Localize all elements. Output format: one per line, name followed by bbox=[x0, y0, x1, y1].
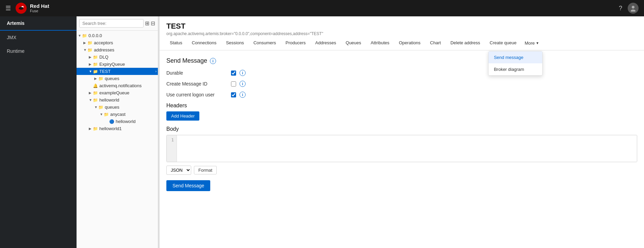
tab-addresses[interactable]: Addresses bbox=[311, 36, 341, 50]
tree-node-helloworld[interactable]: ▼ 📁 helloworld bbox=[77, 96, 158, 104]
tab-sessions[interactable]: Sessions bbox=[221, 36, 249, 50]
svg-point-1 bbox=[632, 6, 634, 9]
redhat-logo-icon bbox=[15, 2, 27, 14]
folder-icon: 📁 bbox=[93, 126, 98, 131]
collapse-all-icon[interactable]: ⊟ bbox=[151, 20, 155, 27]
tree-node-examplequeue[interactable]: ▶ 📁 exampleQueue bbox=[77, 89, 158, 96]
page-title: TEST bbox=[166, 22, 637, 31]
tab-status[interactable]: Status bbox=[165, 36, 187, 50]
help-icon[interactable]: ? bbox=[619, 5, 622, 12]
user-avatar[interactable] bbox=[628, 3, 639, 14]
sidebar: Artemis JMX Runtime bbox=[0, 16, 77, 248]
use-logon-checkbox[interactable] bbox=[231, 92, 236, 97]
tree-node-acceptors[interactable]: ▶ 📁 acceptors bbox=[77, 39, 158, 46]
use-logon-row: Use current logon user i bbox=[166, 92, 637, 98]
tree-label: queues bbox=[105, 105, 156, 110]
folder-icon: 📁 bbox=[82, 33, 87, 38]
tab-operations[interactable]: Operations bbox=[394, 36, 426, 50]
tab-delete-address[interactable]: Delete address bbox=[446, 36, 485, 50]
tree-label: exampleQueue bbox=[99, 90, 156, 95]
durable-info-icon[interactable]: i bbox=[240, 70, 246, 76]
use-logon-info-icon[interactable]: i bbox=[240, 92, 246, 98]
send-message-info-icon[interactable]: i bbox=[210, 58, 216, 64]
sidebar-item-runtime[interactable]: Runtime bbox=[0, 44, 77, 58]
brand-logo: Red Hat Fuse bbox=[15, 2, 49, 14]
tree-node-helloworld1[interactable]: ▶ 📁 helloworld1 bbox=[77, 125, 158, 132]
format-select[interactable]: JSON XML Text bbox=[166, 166, 191, 175]
tree-node-test-queues[interactable]: ▶ 📁 queues bbox=[77, 75, 158, 82]
tree-node-dlq[interactable]: ▶ 📁 DLQ bbox=[77, 53, 158, 61]
more-tab-wrapper: More ▼ Send message Broker diagram bbox=[521, 36, 543, 50]
tab-attributes[interactable]: Attributes bbox=[366, 36, 394, 50]
tab-connections[interactable]: Connections bbox=[187, 36, 221, 50]
headers-title: Headers bbox=[166, 103, 637, 109]
tab-more[interactable]: More ▼ bbox=[521, 36, 543, 50]
tree-node-helloworld-queues[interactable]: ▼ 📁 queues bbox=[77, 104, 158, 111]
folder-icon: 📁 bbox=[87, 48, 93, 52]
tab-chart[interactable]: Chart bbox=[425, 36, 446, 50]
sidebar-item-jmx[interactable]: JMX bbox=[0, 31, 77, 44]
tree-label: queues bbox=[105, 76, 156, 81]
code-editor: 1 bbox=[166, 135, 637, 162]
tab-queues[interactable]: Queues bbox=[341, 36, 366, 50]
page-subtitle: org.apache.activemq.artemis:broker="0.0.… bbox=[166, 31, 637, 36]
tab-consumers[interactable]: Consumers bbox=[249, 36, 281, 50]
sidebar-item-artemis[interactable]: Artemis bbox=[0, 16, 77, 31]
folder-icon: 📁 bbox=[87, 41, 93, 45]
dropdown-item-send-message[interactable]: Send message bbox=[489, 51, 542, 63]
hamburger-menu-icon[interactable]: ☰ bbox=[5, 4, 11, 12]
folder-icon: 📁 bbox=[93, 55, 98, 60]
more-label: More bbox=[525, 41, 535, 46]
tree-node-expiryqueue[interactable]: ▶ 📁 ExpiryQueue bbox=[77, 61, 158, 68]
folder-icon: 📁 bbox=[98, 105, 103, 110]
svg-point-2 bbox=[631, 10, 635, 12]
chevron-down-icon: ▼ bbox=[536, 41, 539, 45]
tabs-bar: Status Connections Sessions Consumers Pr… bbox=[160, 36, 644, 50]
body-title: Body bbox=[166, 126, 637, 132]
body-section: Body 1 JSON XML Text Format bbox=[166, 126, 637, 175]
create-message-id-info-icon[interactable]: i bbox=[240, 81, 246, 87]
brand-sub: Fuse bbox=[30, 9, 49, 13]
send-message-button[interactable]: Send Message bbox=[166, 180, 210, 191]
create-message-id-checkbox[interactable] bbox=[231, 81, 236, 87]
tree-panel: ⊞ ⊟ ▼ 📁 0.0.0.0 ▶ 📁 acceptors ▼ 📁 bbox=[77, 16, 158, 248]
folder-icon: 📁 bbox=[93, 91, 98, 95]
durable-checkbox[interactable] bbox=[231, 71, 236, 76]
format-row: JSON XML Text Format bbox=[166, 166, 637, 175]
send-message-title: Send Message i bbox=[166, 57, 637, 64]
file-icon: 🔔 bbox=[93, 83, 98, 88]
expand-all-icon[interactable]: ⊞ bbox=[145, 20, 149, 27]
tree-label: helloworld1 bbox=[99, 126, 156, 131]
folder-icon: 📁 bbox=[93, 98, 98, 103]
tree-node-root[interactable]: ▼ 📁 0.0.0.0 bbox=[77, 32, 158, 39]
dropdown-item-broker-diagram[interactable]: Broker diagram bbox=[489, 63, 542, 75]
tree-body: ▼ 📁 0.0.0.0 ▶ 📁 acceptors ▼ 📁 addresses bbox=[77, 31, 158, 248]
tree-label: 0.0.0.0 bbox=[88, 33, 156, 38]
tree-node-helloworld-leaf[interactable]: ▶ 🔵 helloworld bbox=[77, 118, 158, 125]
format-button[interactable]: Format bbox=[194, 166, 217, 174]
topnav: ☰ Red Hat Fuse ? bbox=[0, 0, 644, 16]
create-message-id-row: Create Message ID i bbox=[166, 81, 637, 87]
tab-producers[interactable]: Producers bbox=[281, 36, 310, 50]
brand-name: Red Hat bbox=[30, 3, 49, 9]
tree-label: acceptors bbox=[94, 40, 156, 45]
body-textarea[interactable] bbox=[177, 135, 637, 162]
add-header-button[interactable]: Add Header bbox=[166, 111, 199, 121]
page-header: TEST org.apache.activemq.artemis:broker=… bbox=[160, 16, 644, 36]
folder-icon: 📁 bbox=[93, 69, 98, 74]
tree-label: activemq.notifications bbox=[99, 83, 156, 88]
tree-node-anycast[interactable]: ▼ 📁 anycast bbox=[77, 111, 158, 118]
search-input[interactable] bbox=[79, 19, 144, 28]
tab-create-queue[interactable]: Create queue bbox=[485, 36, 521, 50]
more-dropdown: Send message Broker diagram bbox=[488, 51, 543, 76]
tree-node-activemq-notifications[interactable]: ▶ 🔔 activemq.notifications bbox=[77, 82, 158, 89]
tree-label: TEST bbox=[99, 69, 155, 74]
tree-label: helloworld bbox=[99, 97, 156, 103]
tree-node-addresses[interactable]: ▼ 📁 addresses bbox=[77, 46, 158, 53]
create-message-id-label: Create Message ID bbox=[166, 81, 228, 87]
tree-label: helloworld bbox=[116, 119, 156, 124]
line-number: 1 bbox=[169, 137, 174, 142]
chevron-right-icon: › bbox=[155, 69, 156, 73]
durable-row: Durable i bbox=[166, 70, 637, 76]
tree-node-test[interactable]: ▼ 📁 TEST › bbox=[77, 68, 158, 75]
